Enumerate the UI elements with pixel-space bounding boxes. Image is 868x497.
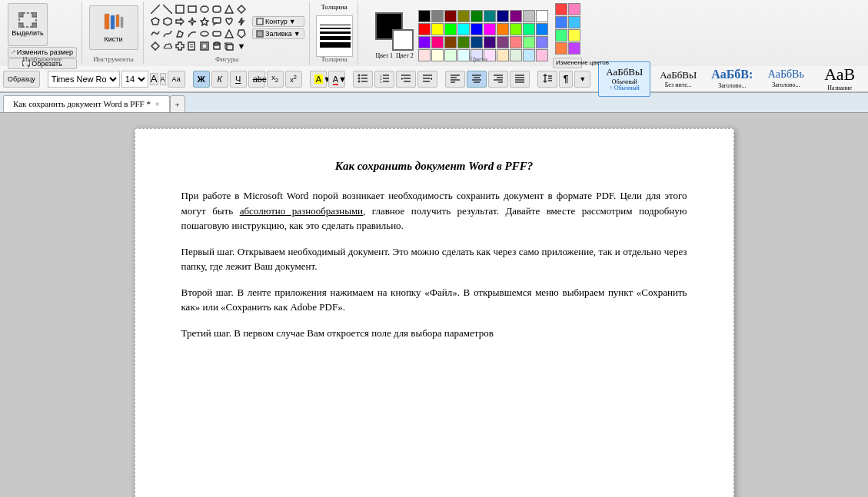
color-navy[interactable] [497,10,509,22]
shape-diamond[interactable] [236,4,247,15]
subscript-button[interactable]: x2 [267,71,284,88]
shape-cube[interactable] [224,41,234,51]
palette-r2c1[interactable] [555,16,567,28]
bold-button[interactable]: Ж [193,71,210,88]
font-color-picker[interactable]: Аа [168,71,185,88]
shape-polygon[interactable] [175,28,185,39]
shape-round-rect2[interactable] [211,28,222,39]
text-color-button[interactable]: А▼ [328,71,345,88]
decrease-font-button[interactable]: A [160,73,166,85]
shape-cloud[interactable] [162,41,173,51]
shape-rect-fill[interactable] [187,4,198,15]
shape-right-arrow[interactable] [175,16,185,27]
shape-lightning[interactable] [236,16,247,27]
color-lightgreen[interactable] [523,36,535,48]
color-orange[interactable] [497,23,509,35]
shape-note[interactable] [187,41,198,51]
color-magenta[interactable] [484,23,496,35]
shape-pent2[interactable] [236,28,247,39]
thickness-2px[interactable] [320,28,351,29]
fill-button[interactable]: Заливка ▼ [252,28,304,39]
shape-star4[interactable] [187,16,198,27]
color-salmon[interactable] [510,36,522,48]
style-normal[interactable]: АаБбВьI Обычный ↑ Обычный [598,61,650,97]
color-yellow[interactable] [431,23,444,35]
brushes-button[interactable]: Кисти [89,5,138,50]
palette-r3c1[interactable] [555,29,567,41]
strikethrough-button[interactable]: abc [248,71,265,88]
shape-rect[interactable] [175,4,185,15]
shape-4pt[interactable] [150,41,161,51]
color-cyan[interactable] [457,23,470,35]
color-azure[interactable] [536,23,548,35]
color-chartreuse[interactable] [510,23,522,35]
select-button[interactable]: Выделить [8,3,48,46]
color-plum[interactable] [497,36,509,48]
thickness-7px[interactable] [320,42,351,48]
color-white[interactable] [536,10,548,22]
thickness-5px[interactable] [320,36,351,40]
italic-button[interactable]: К [211,71,228,88]
bullets-button[interactable] [353,71,373,88]
font-size-select[interactable]: 14 89101112 1416182024 28364872 [121,71,148,88]
shape-hexagon[interactable] [162,16,173,27]
shape-curve[interactable] [162,28,173,39]
palette-r1c2[interactable] [568,3,580,15]
shape-more[interactable]: ▼ [236,41,247,51]
color-olive[interactable] [457,10,470,22]
shape-ellipse[interactable] [199,4,210,15]
shape-oval[interactable] [199,28,210,39]
shape-line[interactable] [150,4,161,15]
color-spring[interactable] [523,23,535,35]
color-teal[interactable] [484,10,496,22]
document-body[interactable]: При работе в Microsoft Word порой возник… [181,188,687,340]
color-blue[interactable] [471,23,483,35]
shape-rounded-rect[interactable] [211,4,222,15]
color-darkolive[interactable] [457,36,470,48]
shape-frame[interactable] [199,41,210,51]
style-no-spacing[interactable]: АаБбВьI Без инте... [652,61,704,97]
style-heading2[interactable]: АаБбВь Заголово... [760,61,812,97]
superscript-button[interactable]: x2 [285,71,302,88]
color-red[interactable] [418,23,431,35]
style-title[interactable]: АаВ Название [813,61,866,97]
shape-triangle2[interactable] [224,28,234,39]
shape-diagonal[interactable] [162,4,173,15]
shape-cross[interactable] [175,41,185,51]
palette-r1c1[interactable] [555,3,567,15]
shape-freeform[interactable] [150,28,161,39]
tab-close-button[interactable]: × [155,100,160,108]
shape-pentagon[interactable] [150,16,161,27]
palette-r2c2[interactable] [568,16,580,28]
color-violet[interactable] [418,36,431,48]
document-tab[interactable]: Как сохранить документ Word в PFF * × [3,95,170,112]
color-purple[interactable] [510,10,522,22]
color-periwinkle[interactable] [536,36,548,48]
shape-heart[interactable] [224,16,234,27]
document-title[interactable]: Как сохранить документ Word в PFF? [181,160,687,173]
shape-callout[interactable] [211,16,222,27]
color-black[interactable] [418,10,431,22]
shape-cylinder[interactable] [211,41,222,51]
color-green[interactable] [471,10,483,22]
color-rose[interactable] [431,36,444,48]
color-maroon[interactable] [444,10,457,22]
palette-r4c2[interactable] [568,42,580,55]
outline-button[interactable]: Контур▼ [252,16,304,27]
highlight-button[interactable]: А▼ [310,71,327,88]
new-tab[interactable]: + [170,95,185,112]
thickness-3px[interactable] [320,31,351,34]
color-darkblue[interactable] [471,36,483,48]
shape-star5[interactable] [199,16,210,27]
thickness-1px[interactable] [320,25,351,25]
color-lime[interactable] [444,23,457,35]
palette-r4c1[interactable] [555,42,567,55]
color-indigo[interactable] [484,36,496,48]
color2-box[interactable] [392,29,414,51]
underline-button[interactable]: Ч [230,71,247,88]
shape-triangle[interactable] [224,4,234,15]
increase-font-button[interactable]: A [150,73,158,85]
color-gray[interactable] [431,10,444,22]
palette-r3c2[interactable] [568,29,580,41]
shape-arc[interactable] [187,28,198,39]
